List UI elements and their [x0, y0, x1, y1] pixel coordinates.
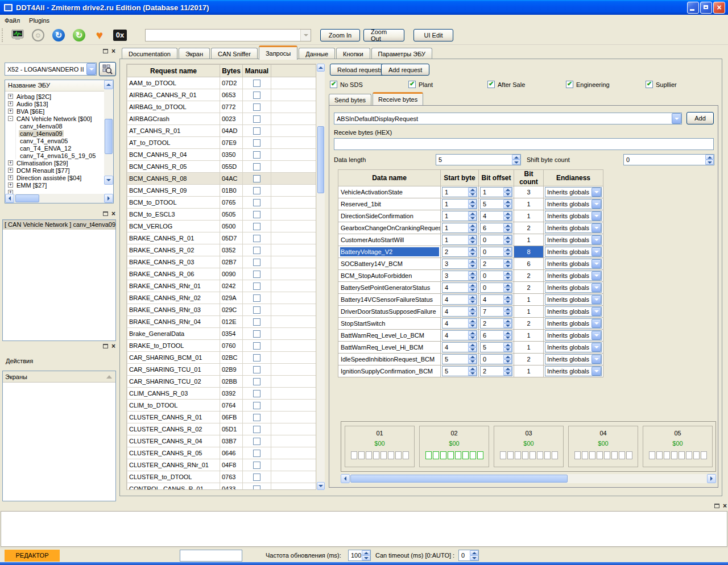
request-row[interactable]: BCM_CANHS_R_04 0350	[127, 149, 317, 161]
screens-header[interactable]: Экраны	[3, 371, 115, 383]
spin-up-icon[interactable]	[468, 343, 477, 347]
manual-checkbox[interactable]	[253, 139, 260, 147]
tree-expander-icon[interactable]: +	[8, 182, 13, 188]
spin-up-icon[interactable]	[470, 550, 478, 555]
endianess-select[interactable]: Inherits globals	[545, 187, 602, 197]
data-row[interactable]: Battery14VCSensorFailureStatus 4	[338, 294, 603, 306]
chevron-down-icon[interactable]	[672, 113, 681, 124]
manual-checkbox[interactable]	[253, 211, 260, 218]
request-name-cell[interactable]: BRAKE_CANHS_RNr_03	[127, 304, 220, 316]
selected-ecu-item[interactable]: [ CAN Vehicle Network ] canv_t4enva09	[3, 220, 115, 230]
request-row[interactable]: BRAKE_CANHS_R_06 0090	[127, 268, 317, 280]
checkbox[interactable]	[487, 81, 495, 88]
request-row[interactable]: BRAKE_CANHS_RNr_04 012E	[127, 316, 317, 328]
spin-down-icon[interactable]	[705, 160, 714, 165]
start-byte-spinner[interactable]: 1	[442, 187, 477, 197]
chevron-down-icon[interactable]	[592, 295, 601, 304]
bit-cell[interactable]	[425, 451, 432, 459]
tree-item[interactable]: canv_T4_enva05	[5, 137, 104, 144]
bit-offset-spinner[interactable]: 0	[480, 271, 512, 281]
bit-cell[interactable]	[351, 451, 357, 459]
request-row[interactable]: AAM_to_DTOOL 07D2	[127, 77, 317, 89]
bit-cell[interactable]	[701, 451, 707, 459]
heartbeat-plus-icon[interactable]: ♥	[92, 28, 107, 43]
manual-checkbox[interactable]	[253, 163, 260, 171]
manual-checkbox[interactable]	[253, 354, 260, 362]
request-name-cell[interactable]: BCM_CANHS_R_04	[127, 149, 220, 161]
manual-checkbox[interactable]	[253, 378, 260, 385]
bit-count-cell[interactable]: 2	[514, 318, 544, 330]
spin-up-icon[interactable]	[503, 367, 512, 371]
tree-expander-icon[interactable]: +	[8, 160, 13, 165]
request-name-cell[interactable]: CLUSTER_CANHS_R_04	[127, 435, 220, 447]
chevron-down-icon[interactable]	[592, 247, 601, 256]
scrollbar-thumb[interactable]	[15, 194, 39, 202]
bit-cell[interactable]	[552, 451, 558, 459]
data-row[interactable]: BCM_StopAutoForbidden 3	[338, 270, 603, 282]
collapse-up-icon[interactable]	[106, 375, 112, 379]
ecu-tree-header[interactable]: Название ЭБУ	[5, 80, 105, 92]
bit-offset-spinner[interactable]: 1	[480, 187, 512, 197]
spin-up-icon[interactable]	[503, 271, 512, 276]
spin-up-icon[interactable]	[503, 223, 512, 228]
bit-count-cell[interactable]: 1	[514, 198, 544, 210]
main-tab[interactable]: Documentation	[122, 48, 177, 60]
spin-up-icon[interactable]	[468, 283, 477, 288]
request-row[interactable]: CLUSTER_CANHS_RNr_01 04F8	[127, 459, 317, 471]
bit-offset-spinner[interactable]: 6	[480, 223, 512, 233]
request-name-cell[interactable]: CAR_SHARING_TCU_02	[127, 376, 220, 388]
manual-checkbox[interactable]	[253, 294, 260, 302]
col-data-name[interactable]: Data name	[338, 170, 441, 186]
bit-count-cell[interactable]: 1	[514, 342, 544, 354]
request-row[interactable]: CAR_SHARING_BCM_01 02BC	[127, 352, 317, 364]
endianess-select[interactable]: Inherits globals	[545, 282, 602, 293]
expert-sketch-icon[interactable]: ☺	[30, 28, 46, 43]
tree-item-label[interactable]: Audio [$13]	[15, 101, 49, 107]
tree-item-label[interactable]: canv_T4_enva05	[19, 138, 69, 144]
bit-count-cell[interactable]: 2	[514, 222, 544, 234]
manual-checkbox[interactable]	[253, 414, 260, 421]
byte-panel[interactable]: 02 $00	[419, 426, 489, 467]
bit-cell[interactable]	[686, 451, 692, 459]
request-row[interactable]: AT_CANHS_R_01 04AD	[127, 125, 317, 137]
manual-checkbox[interactable]	[253, 473, 260, 481]
bit-cell[interactable]	[671, 451, 677, 459]
manual-checkbox[interactable]	[253, 426, 260, 433]
data-row[interactable]: Reserved_1bit 1	[338, 198, 603, 210]
bit-cell[interactable]	[611, 451, 618, 459]
endianess-select[interactable]: Inherits globals	[545, 366, 602, 376]
bit-count-cell[interactable]: 1	[514, 210, 544, 222]
bit-offset-spinner[interactable]: 2	[480, 318, 512, 329]
bit-count-cell[interactable]: 2	[514, 282, 544, 294]
spin-down-icon[interactable]	[503, 323, 512, 328]
chevron-down-icon[interactable]	[592, 331, 601, 340]
request-row[interactable]: CLUSTER_CANHS_R_01 06FB	[127, 412, 317, 423]
request-row[interactable]: AIRBAG_to_DTOOL 0772	[127, 101, 317, 113]
bit-cell[interactable]	[679, 451, 685, 459]
tree-item[interactable]: +	[5, 189, 104, 194]
tree-item[interactable]: canv_T4_enva16_5_19_05	[5, 152, 104, 159]
tree-item[interactable]: canv_t4enva08	[5, 122, 104, 130]
spin-down-icon[interactable]	[503, 252, 512, 256]
scroll-left-icon[interactable]	[5, 194, 14, 203]
request-row[interactable]: CLIM_CANHS_R_03 0392	[127, 388, 317, 400]
main-tab[interactable]: Запросы	[259, 45, 297, 60]
bit-cell[interactable]	[656, 451, 663, 459]
tree-item-label[interactable]: canv_t4enva08	[19, 123, 64, 130]
scrollbar-thumb[interactable]	[317, 126, 324, 193]
tree-expander-icon[interactable]: +	[8, 190, 13, 194]
request-name-cell[interactable]: CAR_SHARING_TCU_01	[127, 364, 220, 376]
filter-checkbox-item[interactable]: After Sale	[487, 81, 525, 88]
tree-item[interactable]: + EMM [$27]	[5, 181, 104, 189]
tree-expander-icon[interactable]: +	[8, 94, 13, 99]
bit-offset-spinner[interactable]: 0	[480, 354, 512, 364]
request-row[interactable]: CLUSTER_CANHS_R_02 05D1	[127, 423, 317, 435]
request-name-cell[interactable]: AT_to_DTOOL	[127, 137, 220, 149]
request-name-cell[interactable]: BRAKE_CANHS_RNr_01	[127, 280, 220, 292]
bit-cell[interactable]	[537, 451, 543, 459]
spin-up-icon[interactable]	[468, 188, 477, 192]
manual-checkbox[interactable]	[253, 199, 260, 206]
data-name-cell[interactable]: BatteryVoltage_V2	[340, 247, 439, 256]
bit-count-cell[interactable]: 1	[514, 365, 544, 377]
spin-up-icon[interactable]	[468, 223, 477, 228]
